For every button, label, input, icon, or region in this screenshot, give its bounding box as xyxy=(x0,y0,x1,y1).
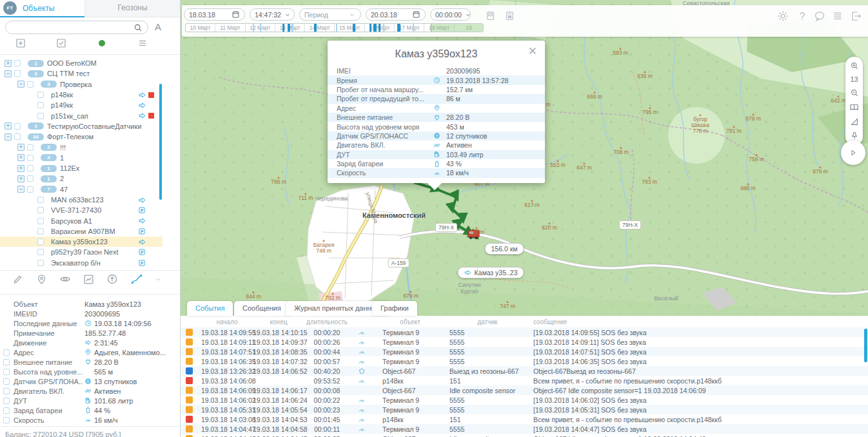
expand-icon[interactable]: + xyxy=(17,175,25,182)
chevron-down-icon[interactable] xyxy=(464,11,472,19)
list-view-icon[interactable] xyxy=(137,38,148,48)
collapse-icon[interactable]: − xyxy=(5,133,12,141)
calendar-icon[interactable] xyxy=(412,10,420,19)
eye-icon[interactable] xyxy=(59,273,71,285)
pushpin-button[interactable] xyxy=(850,131,859,141)
event-row[interactable]: 19.03.18 14:09:5519.03.18 14:10:1500:00:… xyxy=(181,327,868,337)
tree-checkbox[interactable] xyxy=(37,228,44,235)
tree-checkbox[interactable] xyxy=(27,155,34,161)
online-filter-icon[interactable] xyxy=(97,38,107,48)
tree-checkbox[interactable] xyxy=(27,175,34,182)
chat-icon[interactable] xyxy=(814,10,825,22)
expand-icon[interactable]: + xyxy=(5,122,12,130)
tree-checkbox[interactable] xyxy=(14,70,21,77)
tree-item[interactable]: Камаз у359ох123 xyxy=(0,237,163,247)
event-row[interactable]: 19.03.18 13:26:3219.03.18 14:06:5200:40:… xyxy=(181,366,868,376)
close-icon[interactable]: ✕ xyxy=(528,46,537,57)
vehicle-name-label[interactable]: Камаз у35..23 xyxy=(457,267,524,278)
tree-item[interactable]: +2!!! xyxy=(0,142,163,152)
tree-item[interactable]: +1ООО БетоКОМ xyxy=(0,58,163,68)
tree-checkbox[interactable] xyxy=(14,123,21,130)
event-row[interactable]: 19.03.18 14:07:5119.03.18 14:08:3500:00:… xyxy=(181,347,868,356)
calendar-icon[interactable] xyxy=(232,10,240,19)
tree-checkbox[interactable] xyxy=(37,260,44,266)
collapse-icon[interactable]: − xyxy=(17,186,25,193)
date-to-input[interactable]: 20.03.18 xyxy=(366,8,426,21)
tree-item[interactable]: −3СЦ ТТМ тест xyxy=(0,68,163,79)
tree-checkbox[interactable] xyxy=(37,197,44,203)
detail-checkbox[interactable] xyxy=(3,398,10,404)
tree-item[interactable]: VVE-371-27430P xyxy=(0,205,163,215)
tree-item[interactable]: −34Форт-Телеком xyxy=(0,131,163,142)
map-layers-button[interactable] xyxy=(849,102,859,112)
tree-checkbox[interactable] xyxy=(37,238,44,245)
event-row[interactable]: 19.03.18 14:06:0809:53:52р148кк151Всем п… xyxy=(181,376,868,385)
activity-timeline[interactable]: 10 Март11 Март12 Март13 Март14 Март15 Ма… xyxy=(185,23,484,32)
tree-checkbox[interactable] xyxy=(27,81,34,88)
detail-checkbox[interactable] xyxy=(3,378,10,385)
zoom-in-button[interactable] xyxy=(850,61,859,70)
detail-checkbox[interactable] xyxy=(3,417,10,423)
tree-item[interactable]: −3Проверка xyxy=(0,79,163,90)
tree-checkbox[interactable] xyxy=(14,60,21,66)
tree-item[interactable]: Вараксини А907ВМP xyxy=(0,226,163,237)
center-map-icon[interactable] xyxy=(106,273,118,285)
tree-checkbox[interactable] xyxy=(37,92,44,98)
detail-checkbox[interactable] xyxy=(3,388,10,394)
time-to-input[interactable]: 00:00:00 xyxy=(430,8,471,21)
event-row[interactable]: 19.03.18 14:03:0819.03.18 14:04:5300:01:… xyxy=(181,414,868,424)
search-icon[interactable] xyxy=(133,23,143,32)
collapse-icon[interactable]: − xyxy=(17,81,25,88)
tree-checkbox[interactable] xyxy=(27,186,34,193)
location-icon[interactable] xyxy=(36,274,47,285)
event-row[interactable]: 19.03.18 14:06:3519.03.18 14:07:3200:00:… xyxy=(181,356,868,366)
event-row[interactable]: 19.03.18 14:04:4019.03.18 14:04:4500:00:… xyxy=(181,434,868,437)
select-all-icon[interactable] xyxy=(56,38,66,48)
expand-icon[interactable]: + xyxy=(17,144,25,151)
zoom-out-button[interactable] xyxy=(850,88,859,97)
add-group-icon[interactable] xyxy=(15,38,26,48)
event-row[interactable]: 19.03.18 14:09:1119.03.18 14:09:3700:00:… xyxy=(181,337,868,347)
menu-list-icon[interactable] xyxy=(832,10,843,22)
tree-item[interactable]: р151кк_сап xyxy=(0,110,163,121)
event-row[interactable]: 19.03.18 14:06:0919.03.18 14:06:1700:00:… xyxy=(181,385,868,395)
tab-messages[interactable]: Сообщения xyxy=(234,301,290,316)
edit-icon[interactable] xyxy=(12,274,23,285)
tree-scrollbar[interactable] xyxy=(159,84,162,200)
tree-checkbox[interactable] xyxy=(27,165,34,171)
track-icon[interactable] xyxy=(131,273,143,285)
tree-item[interactable]: р149кк xyxy=(0,100,163,110)
tree-item[interactable]: +41 xyxy=(0,153,163,163)
date-from-input[interactable]: 18.03.18 xyxy=(184,8,245,21)
alphabet-filter[interactable]: А xyxy=(155,21,161,32)
flag-icon[interactable] xyxy=(485,10,496,21)
tab-events[interactable]: События xyxy=(187,301,233,316)
period-select[interactable]: Период xyxy=(299,8,361,21)
search-input[interactable] xyxy=(11,24,133,32)
collapse-icon[interactable]: − xyxy=(5,70,12,77)
event-row[interactable]: 19.03.18 14:05:3119.03.18 14:05:5400:00:… xyxy=(181,405,868,414)
tree-checkbox[interactable] xyxy=(27,144,34,151)
tree-checkbox[interactable] xyxy=(37,102,44,108)
tree-item[interactable]: Барсуков А1 xyxy=(0,215,163,226)
tree-item[interactable]: р952ту39 Газон NextP xyxy=(0,247,163,257)
tree-item[interactable]: +1112Ex xyxy=(0,163,163,173)
expand-icon[interactable]: + xyxy=(17,154,25,161)
tree-checkbox[interactable] xyxy=(37,249,44,255)
tree-checkbox[interactable] xyxy=(37,218,44,224)
help-icon[interactable]: ? xyxy=(796,10,808,22)
report-icon[interactable] xyxy=(504,10,515,21)
tree-checkbox[interactable] xyxy=(37,113,44,119)
expand-panel-button[interactable] xyxy=(841,141,865,165)
tree-checkbox[interactable] xyxy=(37,207,44,213)
detail-checkbox[interactable] xyxy=(3,369,10,375)
tab-charts[interactable]: Графики xyxy=(372,301,417,316)
gear-icon[interactable] xyxy=(777,10,789,22)
event-row[interactable]: 19.03.18 14:06:0219.03.18 14:06:2400:00:… xyxy=(181,395,868,405)
expand-icon[interactable]: + xyxy=(17,165,25,172)
events-scrollbar[interactable] xyxy=(864,329,867,362)
tree-item[interactable]: MAN о633вс123 xyxy=(0,195,163,205)
tree-item[interactable]: +12 xyxy=(0,173,163,184)
detail-checkbox[interactable] xyxy=(3,359,10,365)
tree-item[interactable]: Экскаватор б/нP xyxy=(0,258,163,267)
